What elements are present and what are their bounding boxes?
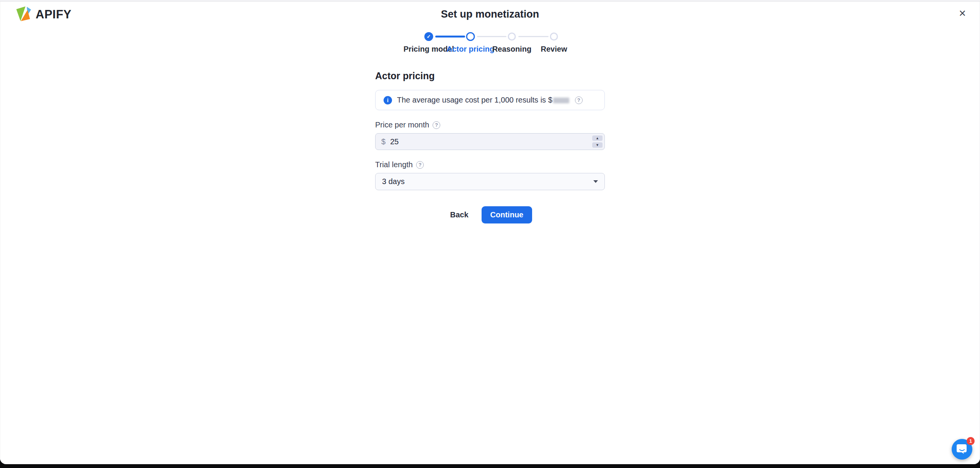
step-pricing-model-circle[interactable]: ✓ [425,32,433,41]
currency-prefix: $ [381,137,385,146]
check-icon: ✓ [427,34,431,39]
apify-logo-text: APIFY [36,8,72,21]
number-stepper: ▲ ▼ [592,135,603,148]
trial-length-select[interactable]: 3 days [375,173,605,190]
monetization-modal: APIFY Set up monetization × ✓ Pricing mo… [0,0,980,464]
help-icon[interactable]: ? [416,161,424,169]
step-review-circle[interactable] [550,33,558,41]
chevron-down-icon [593,180,598,183]
help-icon[interactable]: ? [433,121,440,129]
price-input[interactable] [390,134,599,150]
step-label-reasoning[interactable]: Reasoning [492,45,531,54]
stepper-connector [477,36,506,37]
step-label-review[interactable]: Review [541,45,567,54]
price-input-box: $ ▲ ▼ [375,133,605,150]
trial-length-field: Trial length ? 3 days [375,160,605,190]
wizard-actions: Back Continue [375,206,605,223]
apify-logo-icon [15,5,31,24]
stepper-connector-completed [435,36,465,38]
chat-bubble-icon [957,443,967,455]
chat-launcher-button[interactable]: 1 [952,439,972,460]
step-label-actor-pricing[interactable]: Actor pricing [447,45,494,54]
trial-length-label: Trial length ? [375,160,605,169]
apify-logo: APIFY [15,5,72,24]
wizard-stepper: ✓ Pricing model Actor pricing Reasoning … [400,32,580,55]
info-icon: i [384,96,392,104]
step-actor-pricing-circle[interactable] [466,32,475,41]
stepper-up-icon[interactable]: ▲ [592,135,603,141]
unread-badge: 1 [967,437,975,445]
info-banner-text: The average usage cost per 1,000 results… [397,96,570,104]
page-title: Actor pricing [375,70,605,82]
back-button[interactable]: Back [448,207,471,222]
trial-length-selected-value: 3 days [382,177,405,186]
price-per-month-label: Price per month ? [375,121,605,129]
modal-header: APIFY Set up monetization × [0,0,980,26]
redacted-value [553,98,569,103]
average-cost-info-banner: i The average usage cost per 1,000 resul… [375,90,605,110]
close-icon[interactable]: × [953,4,972,22]
stepper-down-icon[interactable]: ▼ [592,142,603,148]
stepper-connector [518,36,549,37]
price-per-month-field: Price per month ? $ ▲ ▼ [375,121,605,150]
modal-body: Actor pricing i The average usage cost p… [375,70,605,223]
step-reasoning-circle[interactable] [508,33,516,41]
continue-button[interactable]: Continue [482,206,532,223]
modal-title: Set up monetization [441,8,539,20]
help-icon[interactable]: ? [575,96,583,104]
